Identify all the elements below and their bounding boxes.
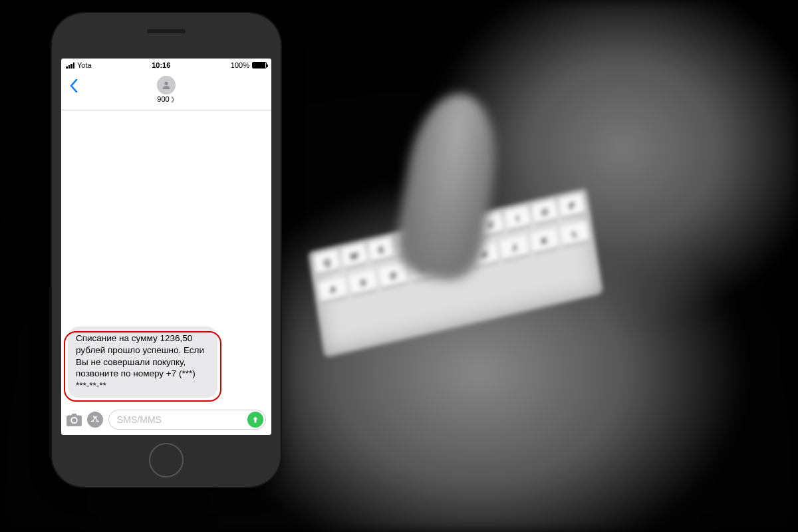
phone-speaker <box>147 29 186 33</box>
svg-point-0 <box>164 82 168 85</box>
battery-pct: 100% <box>231 61 249 69</box>
input-bar: SMS/MMS <box>61 406 271 435</box>
chevron-right-icon: ❯ <box>170 96 176 102</box>
carrier-label: Yota <box>77 61 92 69</box>
nav-header: 900 ❯ <box>61 72 271 110</box>
message-text: Списание на сумму 1236,50 рублей прошло … <box>76 333 204 390</box>
back-button[interactable] <box>64 76 84 96</box>
home-button[interactable] <box>149 443 184 477</box>
clock: 10:16 <box>152 61 170 69</box>
message-input[interactable]: SMS/MMS <box>108 410 266 430</box>
screen: Yota 10:16 100% 900 ❯ <box>61 59 271 435</box>
contact-name: 900 <box>157 95 169 103</box>
contact-header[interactable]: 900 ❯ <box>157 76 176 103</box>
signal-icon <box>66 63 74 68</box>
app-store-icon[interactable] <box>87 412 103 428</box>
send-button[interactable] <box>247 412 263 428</box>
status-bar: Yota 10:16 100% <box>61 59 271 72</box>
camera-icon[interactable] <box>66 414 82 426</box>
messages-area[interactable]: Списание на сумму 1236,50 рублей прошло … <box>61 110 271 406</box>
incoming-message-bubble[interactable]: Списание на сумму 1236,50 рублей прошло … <box>68 327 217 398</box>
battery-icon <box>252 62 267 68</box>
avatar-icon <box>157 76 176 94</box>
phone-frame: Yota 10:16 100% 900 ❯ <box>52 13 281 487</box>
input-placeholder: SMS/MMS <box>117 414 162 425</box>
